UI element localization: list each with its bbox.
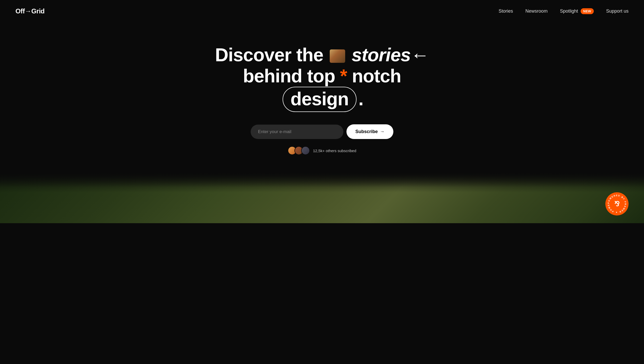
nav-item-spotlight-wrapper[interactable]: Spotlight NEW — [560, 8, 594, 14]
hero-headline: Discover the stories← behind top * notch… — [206, 44, 438, 112]
headline-line2: behind top * notch design. — [206, 65, 438, 112]
bottom-image-section: POWERED BY FRAMER ✦ POWERED BY FRAMER ✦ … — [0, 172, 644, 223]
nav-item-stories[interactable]: Stories — [499, 8, 513, 14]
nav-item-newsroom[interactable]: Newsroom — [526, 8, 548, 14]
subscribe-label: Subscribe — [355, 129, 378, 134]
hero-section: Discover the stories← behind top * notch… — [0, 22, 644, 172]
logo[interactable]: Off→Grid — [15, 7, 45, 15]
navbar: Off→Grid Stories Newsroom Spotlight NEW … — [0, 0, 644, 22]
subscriber-count-text: 12,5k+ others subscribed — [313, 149, 356, 153]
thumbnail-image — [330, 49, 345, 63]
avatar-group — [288, 146, 310, 155]
headline-prefix: Discover the — [215, 45, 323, 65]
nav-item-spotlight[interactable]: Spotlight — [560, 8, 578, 14]
avatar-3 — [301, 146, 310, 155]
email-input[interactable] — [251, 125, 343, 139]
subscribe-form: Subscribe → — [251, 124, 393, 139]
design-outlined: design — [283, 87, 356, 112]
framer-badge-circle: POWERED BY FRAMER ✦ POWERED BY FRAMER ✦ … — [605, 192, 629, 215]
subscribe-button[interactable]: Subscribe → — [346, 124, 393, 139]
nav-links: Stories Newsroom Spotlight NEW Support u… — [499, 8, 629, 14]
period: . — [359, 89, 363, 109]
framer-badge[interactable]: POWERED BY FRAMER ✦ POWERED BY FRAMER ✦ … — [605, 192, 629, 215]
behind-top: behind top — [243, 66, 335, 86]
stories-word: stories — [352, 45, 411, 65]
arrow-left-icon: ← — [411, 45, 429, 65]
framer-f-icon: ⅋ — [614, 200, 620, 208]
new-badge: NEW — [581, 8, 594, 14]
asterisk-decoration: * — [340, 66, 347, 86]
nav-item-support[interactable]: Support us — [606, 8, 629, 14]
notch-word: notch — [352, 66, 401, 86]
jungle-background — [0, 172, 644, 223]
headline-line1: Discover the stories← — [206, 44, 438, 66]
subscribe-arrow-icon: → — [380, 129, 385, 134]
subscribers-row: 12,5k+ others subscribed — [288, 146, 356, 155]
